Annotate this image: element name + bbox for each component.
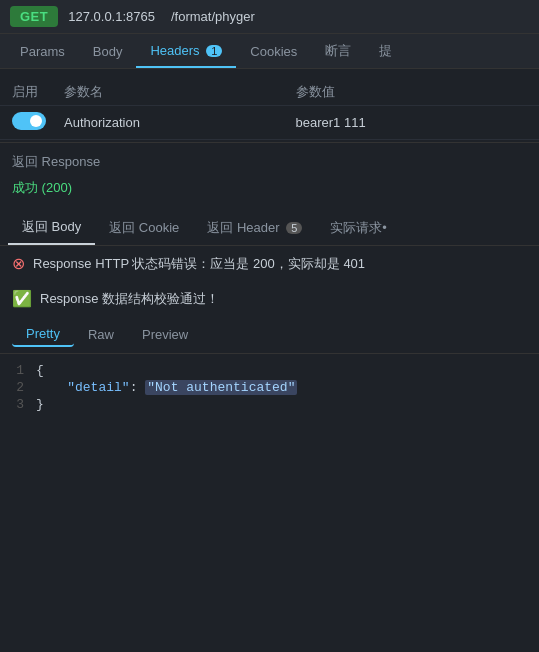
url-bar: GET 127.0.0.1:8765 /format/phyger [0,0,539,34]
code-content-2: "detail": "Not authenticated" [36,380,297,395]
error-icon: ⊗ [12,254,25,273]
enable-cell [12,112,64,133]
http-method: GET [10,6,58,27]
code-line-2: 2 "detail": "Not authenticated" [0,379,539,396]
headers-table-header: 启用 参数名 参数值 [0,79,539,106]
success-icon: ✅ [12,289,32,308]
code-content-1: { [36,363,44,378]
response-status: 成功 (200) [12,175,527,201]
response-tabs: 返回 Body 返回 Cookie 返回 Header 5 实际请求• [0,211,539,246]
url-path: /format/phyger [171,9,255,24]
tab-cookies[interactable]: Cookies [236,36,311,67]
header-count-badge: 5 [286,222,302,234]
request-tabs: Params Body Headers 1 Cookies 断言 提 [0,34,539,69]
line-num-2: 2 [0,380,36,395]
headers-section: 启用 参数名 参数值 Authorization bearer1 111 [0,69,539,140]
success-text: Response 数据结构校验通过！ [40,290,219,308]
resp-tab-body[interactable]: 返回 Body [8,211,95,245]
error-text: Response HTTP 状态码错误：应当是 200，实际却是 401 [33,255,365,273]
code-content-3: } [36,397,44,412]
code-value: "Not authenticated" [145,380,297,395]
body-tab-raw[interactable]: Raw [74,323,128,346]
response-section: 返回 Response 成功 (200) [0,142,539,205]
resp-tab-actual[interactable]: 实际请求• [316,212,401,244]
col-enable-label: 启用 [12,83,64,101]
url-host: 127.0.0.1:8765 [68,9,155,24]
code-line-3: 3 } [0,396,539,413]
tab-assert[interactable]: 断言 [311,34,365,68]
line-num-3: 3 [0,397,36,412]
validation-success-row: ✅ Response 数据结构校验通过！ [0,281,539,316]
header-name[interactable]: Authorization [64,115,296,130]
validation-error-row: ⊗ Response HTTP 状态码错误：应当是 200，实际却是 401 [0,246,539,281]
auth-toggle[interactable] [12,112,46,130]
tab-body[interactable]: Body [79,36,137,67]
response-title: 返回 Response [12,153,527,171]
code-key: "detail" [67,380,129,395]
header-row: Authorization bearer1 111 [0,106,539,140]
resp-tab-cookie[interactable]: 返回 Cookie [95,212,193,244]
code-line-1: 1 { [0,362,539,379]
body-view-tabs: Pretty Raw Preview [0,316,539,354]
tab-headers[interactable]: Headers 1 [136,35,236,68]
col-value-label: 参数值 [296,83,528,101]
headers-badge: 1 [206,45,222,57]
header-value[interactable]: bearer1 111 [296,115,528,130]
body-tab-pretty[interactable]: Pretty [12,322,74,347]
resp-tab-header[interactable]: 返回 Header 5 [193,212,316,244]
line-num-1: 1 [0,363,36,378]
tab-params[interactable]: Params [6,36,79,67]
code-block: 1 { 2 "detail": "Not authenticated" 3 } [0,354,539,421]
body-tab-preview[interactable]: Preview [128,323,202,346]
col-name-label: 参数名 [64,83,296,101]
tab-extra[interactable]: 提 [365,34,406,68]
